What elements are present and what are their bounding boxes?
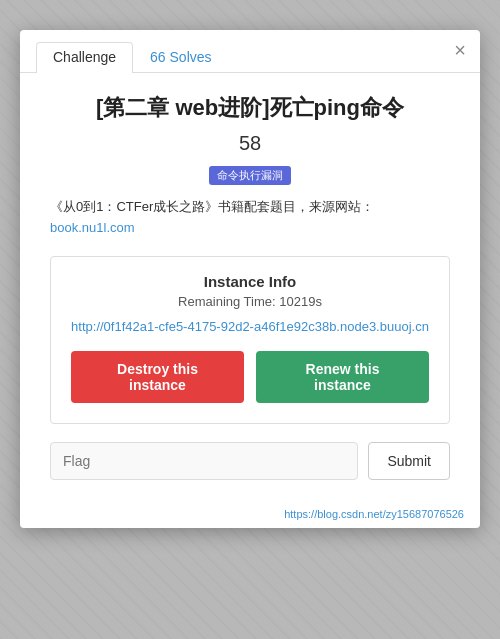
- renew-instance-button[interactable]: Renew this instance: [256, 351, 429, 403]
- flag-row: Submit: [50, 442, 450, 480]
- instance-link[interactable]: http://0f1f42a1-cfe5-4175-92d2-a46f1e92c…: [71, 317, 429, 337]
- tab-solves[interactable]: 66 Solves: [133, 42, 228, 73]
- modal-tabs: Challenge 66 Solves: [20, 30, 480, 73]
- flag-input[interactable]: [50, 442, 358, 480]
- challenge-description: 《从0到1：CTFer成长之路》书籍配套题目，来源网站：book.nu1l.co…: [50, 197, 450, 239]
- challenge-modal: × Challenge 66 Solves [第二章 web进阶]死亡ping命…: [20, 30, 480, 528]
- tab-challenge[interactable]: Challenge: [36, 42, 133, 73]
- description-text: 《从0到1：CTFer成长之路》书籍配套题目，来源网站：: [50, 199, 374, 214]
- submit-button[interactable]: Submit: [368, 442, 450, 480]
- footer-link[interactable]: https://blog.csdn.net/zy15687076526: [284, 508, 464, 520]
- challenge-score: 58: [50, 132, 450, 155]
- instance-title: Instance Info: [71, 273, 429, 290]
- challenge-title: [第二章 web进阶]死亡ping命令: [50, 93, 450, 124]
- instance-remaining-time: Remaining Time: 10219s: [71, 294, 429, 309]
- instance-buttons: Destroy this instance Renew this instanc…: [71, 351, 429, 403]
- description-link[interactable]: book.nu1l.com: [50, 220, 135, 235]
- modal-body: [第二章 web进阶]死亡ping命令 58 命令执行漏洞 《从0到1：CTFe…: [20, 73, 480, 504]
- instance-info-box: Instance Info Remaining Time: 10219s htt…: [50, 256, 450, 424]
- destroy-instance-button[interactable]: Destroy this instance: [71, 351, 244, 403]
- close-button[interactable]: ×: [454, 40, 466, 60]
- footer-link-area: https://blog.csdn.net/zy15687076526: [20, 504, 480, 528]
- challenge-badge: 命令执行漏洞: [209, 166, 291, 185]
